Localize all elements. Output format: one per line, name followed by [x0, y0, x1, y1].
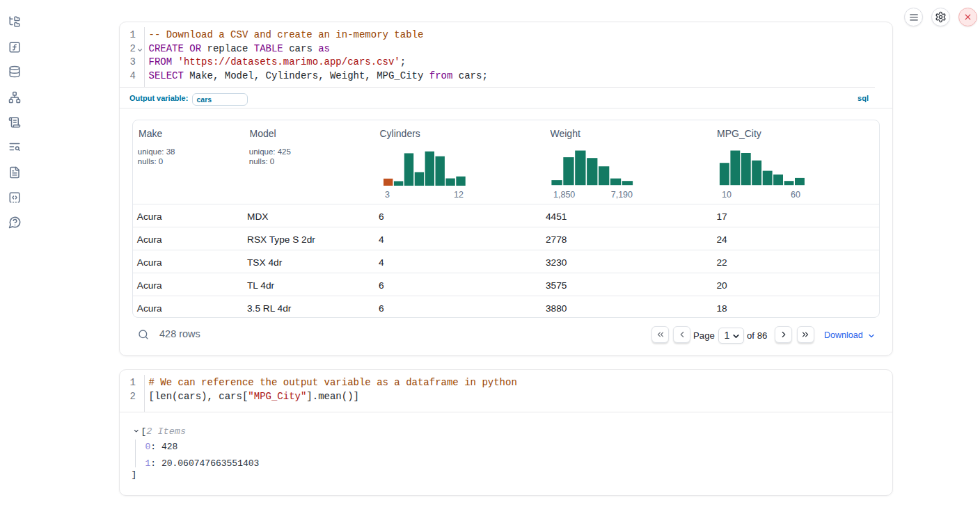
svg-text:3: 3	[385, 190, 390, 200]
svg-text:1,850: 1,850	[553, 190, 575, 200]
svg-text:7,190: 7,190	[611, 190, 633, 200]
svg-text:10: 10	[722, 190, 732, 200]
svg-text:12: 12	[454, 190, 464, 200]
svg-text:60: 60	[791, 190, 800, 200]
